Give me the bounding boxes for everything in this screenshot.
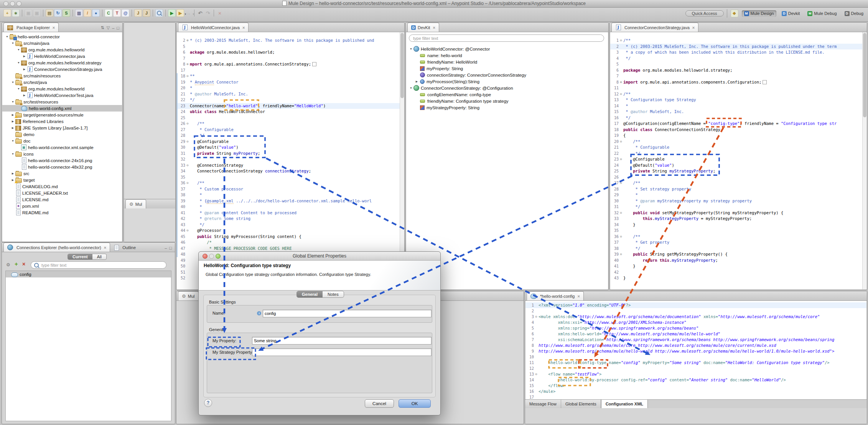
code-line[interactable]: 12⊖/** xyxy=(610,91,866,97)
code-line[interactable]: 2 * (c) 2003-2015 MuleSoft, Inc. The sof… xyxy=(610,44,866,50)
fold-marker-icon[interactable]: ⊕ xyxy=(185,38,190,44)
open-perspective-icon[interactable]: ❖ xyxy=(731,10,738,17)
code-line[interactable]: 28 * Set strategy property xyxy=(610,186,866,192)
list-item-config[interactable]: config xyxy=(6,271,171,277)
perspective-mule-debug[interactable]: M Mule Debug xyxy=(805,10,839,17)
code-line[interactable]: 18public class ConnectorConnectionStrate… xyxy=(610,127,866,133)
code-line[interactable]: 4 */ xyxy=(610,56,866,62)
fold-marker-icon[interactable]: ⊖ xyxy=(619,38,623,44)
dialog-minimize-button[interactable] xyxy=(209,254,214,259)
code-line[interactable]: 21* @author MuleSoft, Inc. xyxy=(177,91,404,97)
my-strategy-property-field[interactable] xyxy=(252,348,432,356)
gear-icon[interactable]: ⚙ xyxy=(6,262,10,267)
code-line[interactable]: 8⊕mport org.mule.api.annotations.Connect… xyxy=(177,61,404,67)
code-line[interactable]: 34 ConnectorConnectionStrategy connectio… xyxy=(177,168,404,174)
code-line[interactable]: 32⊖ public void setMyStrategyProperty(St… xyxy=(610,210,866,216)
connections-filter-input[interactable] xyxy=(41,263,163,268)
tree-item[interactable]: LICENSE.md xyxy=(2,196,122,203)
code-line[interactable]: 40 return this.myStrategyProperty; xyxy=(610,258,866,264)
code-line[interactable]: 9http://www.mulesoft.org/schema/mule/hel… xyxy=(525,348,866,354)
code-line[interactable]: 2⊕* (c) 2003-2015 MuleSoft, Inc. The sof… xyxy=(177,38,404,44)
code-line[interactable]: 11 xyxy=(610,85,866,91)
tab-package-explorer[interactable]: Package Explorer × xyxy=(3,23,59,32)
vertical-scrollbar[interactable] xyxy=(862,32,867,289)
code-line[interactable]: 17 xyxy=(525,394,866,399)
code-area-xml[interactable]: 1<?xml version="1.0" encoding="UTF-8"?>2… xyxy=(525,301,866,399)
code-line[interactable]: 30 @Default("value") xyxy=(177,144,404,151)
close-icon[interactable]: × xyxy=(433,25,435,30)
new-java-class-icon[interactable]: C xyxy=(105,9,112,17)
tree-item[interactable]: ▶target xyxy=(2,177,122,183)
nav-forward-icon[interactable]: →▾ xyxy=(185,10,192,16)
tree-item[interactable]: ▼org.mule.modules.helloworld xyxy=(2,46,122,53)
maximize-icon[interactable]: □ xyxy=(117,26,119,30)
search-icon[interactable] xyxy=(155,9,163,17)
code-line[interactable]: 11 <hello-world:config-type name="config… xyxy=(525,360,866,366)
tab-general[interactable]: General xyxy=(297,291,323,297)
view-menu-icon[interactable]: ▽ xyxy=(107,25,110,30)
code-line[interactable]: 1⊖/** xyxy=(610,38,866,44)
code-line[interactable]: 14 * xyxy=(610,103,866,109)
code-line[interactable]: 21 * Configurable xyxy=(610,144,866,151)
fold-marker-icon[interactable]: ⊖ xyxy=(619,180,623,186)
fold-marker-icon[interactable]: ⊖ xyxy=(185,228,190,234)
code-line[interactable]: 27⊖ /** xyxy=(610,180,866,186)
minimize-icon[interactable]: – xyxy=(165,246,167,250)
expand-arrow-icon[interactable]: ▶ xyxy=(10,120,15,123)
code-line[interactable]: 8⊕import org.mule.api.annotations.compon… xyxy=(610,79,866,85)
code-line[interactable]: 16</mule> xyxy=(525,389,866,394)
tree-item[interactable]: ▼doc xyxy=(2,138,122,144)
name-field[interactable] xyxy=(263,310,432,317)
tree-item[interactable]: myStrategyProperty: String xyxy=(406,104,608,111)
tab-helloworldconnector-java[interactable]: HelloWorldConnector.java × xyxy=(178,23,249,32)
code-line[interactable]: 30 * @param myStrategyProperty my strate… xyxy=(610,198,866,204)
code-line[interactable]: 18⊖** xyxy=(177,73,404,79)
code-line[interactable]: 35 xyxy=(610,228,866,234)
expand-arrow-icon[interactable]: ▼ xyxy=(5,35,10,38)
code-area-right[interactable]: 1⊖/**2 * (c) 2003-2015 MuleSoft, Inc. Th… xyxy=(610,32,866,289)
expand-arrow-icon[interactable]: ▼ xyxy=(16,61,21,64)
code-line[interactable]: 15 </flow> xyxy=(525,383,866,389)
code-line[interactable]: 22 */ xyxy=(610,151,866,157)
code-line[interactable]: 22*/ xyxy=(177,97,404,103)
tab-connections-explorer[interactable]: Connections Explorer (hello-world-connec… xyxy=(3,243,110,252)
code-line[interactable]: 31 */ xyxy=(610,204,866,210)
tree-item[interactable]: myProperty: String xyxy=(406,65,608,72)
tree-item[interactable]: friendlyName: HelloWorld xyxy=(406,59,608,65)
expand-arrow-icon[interactable]: ▼ xyxy=(10,81,15,84)
tab-hello-world-config[interactable]: *hello-world-config × xyxy=(527,291,584,300)
code-line[interactable]: 25 xyxy=(177,115,404,121)
code-line[interactable]: 12 xyxy=(525,366,866,371)
minimize-icon[interactable]: – xyxy=(112,26,114,30)
code-line[interactable]: 14 <hello-world:my-processor config-ref=… xyxy=(525,377,866,383)
code-line[interactable]: 36⊖ /** xyxy=(610,234,866,240)
code-line[interactable]: 26⊖ /** xyxy=(177,121,404,127)
ok-button[interactable]: OK xyxy=(399,399,431,408)
code-line[interactable]: 3 * a copy of which has been included wi… xyxy=(610,49,866,56)
expand-arrow-icon[interactable]: ▼ xyxy=(408,48,413,50)
tab-mule-view[interactable]: ⚙ Mul xyxy=(125,199,146,208)
scrollbar-thumb[interactable] xyxy=(863,33,866,117)
dropdown-arrow-icon[interactable]: ▾ xyxy=(193,13,194,16)
tree-item[interactable]: ▼icons xyxy=(2,151,122,157)
code-line[interactable]: 7 xsi:schemaLocation="http://www.springf… xyxy=(525,337,866,343)
cancel-button[interactable]: Cancel xyxy=(365,399,394,408)
undo-icon[interactable]: ↶ xyxy=(197,10,204,16)
perspective-devkit[interactable]: D Devkit xyxy=(779,10,802,17)
code-line[interactable]: 15 * @author MuleSoft, Inc. xyxy=(610,109,866,115)
code-line[interactable]: 46 /* xyxy=(177,240,404,246)
fold-marker-icon[interactable]: ⊖ xyxy=(619,91,623,97)
vertical-scrollbar[interactable] xyxy=(400,32,404,289)
expand-arrow-icon[interactable]: ▶ xyxy=(22,55,27,58)
code-line[interactable]: 33⊖ @ConnectionStrategy xyxy=(177,162,404,169)
save-all-icon[interactable]: ▣ xyxy=(33,9,41,17)
expand-arrow-icon[interactable]: ▶ xyxy=(22,94,27,97)
dialog-close-button[interactable] xyxy=(203,254,208,259)
fold-marker-icon[interactable]: ⊖ xyxy=(534,371,539,377)
tree-item[interactable]: ▼src/main/java xyxy=(2,40,122,46)
code-line[interactable]: 5 xyxy=(177,44,404,50)
fold-marker-icon[interactable]: ⊖ xyxy=(619,139,623,145)
help-button[interactable]: ? xyxy=(204,399,212,407)
tab-connectorconnectionstrategy-java[interactable]: ConnectorConnectionStrategy.java × xyxy=(611,23,698,32)
code-line[interactable]: 23⊖ @Configurable xyxy=(610,156,866,162)
